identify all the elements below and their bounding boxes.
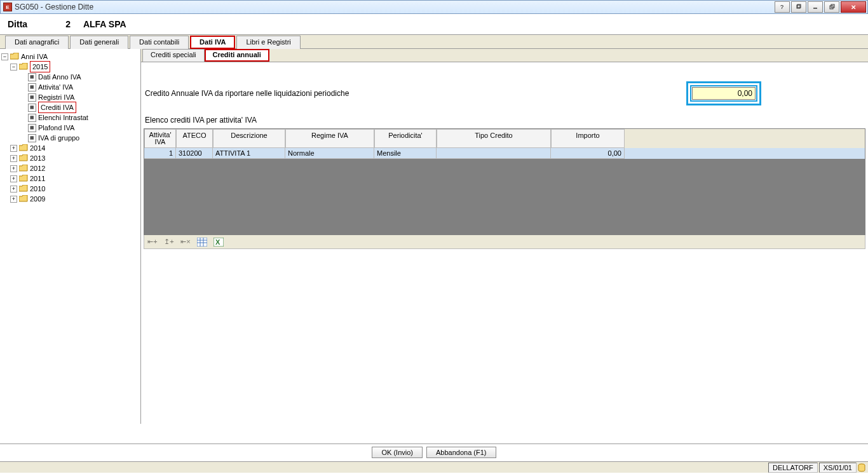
sub-tabs: Crediti speciali Crediti annuali bbox=[141, 49, 868, 62]
tree-label: Crediti IVA bbox=[38, 102, 76, 113]
ditta-name: ALFA SPA bbox=[83, 19, 126, 29]
folder-icon bbox=[19, 195, 28, 203]
tree-leaf[interactable]: ▦Crediti IVA bbox=[28, 102, 139, 112]
doc-icon: ▦ bbox=[28, 104, 36, 112]
svg-rect-6 bbox=[197, 238, 207, 247]
tree-year[interactable]: +2009 bbox=[10, 194, 139, 204]
tab-dati-contabili[interactable]: Dati contabili bbox=[130, 36, 189, 49]
content-panel: Crediti speciali Crediti annuali Credito… bbox=[141, 49, 868, 424]
doc-icon: ▦ bbox=[28, 73, 36, 81]
col-regime: Regime IVA bbox=[285, 129, 374, 148]
help-button[interactable]: ? bbox=[775, 1, 790, 13]
excel-export-icon[interactable]: X bbox=[213, 237, 224, 247]
tab-dati-generali[interactable]: Dati generali bbox=[70, 36, 128, 49]
tree-label: 2010 bbox=[30, 184, 45, 194]
tree-leaf[interactable]: ▦Plafond IVA bbox=[28, 123, 139, 133]
row-delete-icon[interactable]: ⇤× bbox=[180, 237, 191, 247]
tab-dati-iva[interactable]: Dati IVA bbox=[190, 36, 235, 49]
abbandona-button[interactable]: Abbandona (F1) bbox=[426, 447, 496, 458]
ditta-number: 2 bbox=[65, 19, 71, 29]
expand-icon[interactable]: + bbox=[10, 155, 17, 162]
doc-icon: ▦ bbox=[28, 124, 36, 132]
tree-leaf[interactable]: ▦Elenchi Intrastat bbox=[28, 112, 139, 123]
tree-label: 2015 bbox=[30, 61, 50, 72]
tree-year[interactable]: +2012 bbox=[10, 163, 139, 173]
window-title: SG050 - Gestione Ditte bbox=[15, 3, 93, 11]
cell-periodicita: Mensile bbox=[374, 148, 437, 159]
col-descrizione: Descrizione bbox=[213, 129, 285, 148]
tree-panel: − Anni IVA − 2015 ▦Dati Anno IVA▦Attivit… bbox=[0, 49, 141, 424]
doc-icon: ▦ bbox=[28, 83, 36, 91]
tree-year[interactable]: +2014 bbox=[10, 143, 139, 153]
expand-icon[interactable]: + bbox=[10, 145, 17, 152]
cell-importo: 0,00 bbox=[551, 148, 625, 159]
cell-regime: Normale bbox=[285, 148, 374, 159]
tree-leaf[interactable]: ▦Registri IVA bbox=[28, 92, 139, 102]
tree-year[interactable]: +2010 bbox=[10, 184, 139, 194]
folder-open-icon bbox=[10, 53, 19, 60]
grid-view-icon[interactable] bbox=[196, 237, 208, 247]
row-insert-icon[interactable]: ↥+ bbox=[163, 237, 175, 247]
tree-label: 2012 bbox=[30, 163, 45, 173]
tree-leaf[interactable]: ▦Dati Anno IVA bbox=[28, 72, 139, 82]
grid: Attivita'IVA ATECO Descrizione Regime IV… bbox=[144, 128, 865, 235]
tab-dati-anagrafici[interactable]: Dati anagrafici bbox=[5, 36, 69, 49]
cell-ateco: 310200 bbox=[176, 148, 213, 159]
expand-icon[interactable]: + bbox=[10, 165, 17, 172]
folder-icon bbox=[19, 175, 28, 182]
main-tabs: Dati anagrafici Dati generali Dati conta… bbox=[0, 35, 868, 49]
row-first-icon[interactable]: ⇤+ bbox=[147, 237, 158, 247]
col-ateco: ATECO bbox=[176, 129, 213, 148]
table-row[interactable]: 1 310200 ATTIVITA 1 Normale Mensile 0,00 bbox=[144, 148, 865, 159]
tree-label: Dati Anno IVA bbox=[38, 72, 81, 82]
tree-year[interactable]: +2011 bbox=[10, 173, 139, 184]
tree-leaf[interactable]: ▦IVA di gruppo bbox=[28, 133, 139, 143]
tree-label: IVA di gruppo bbox=[38, 133, 79, 143]
cell-tipo bbox=[437, 148, 551, 159]
grid-header: Attivita'IVA ATECO Descrizione Regime IV… bbox=[144, 129, 865, 148]
tree-leaf[interactable]: ▦Attivita' IVA bbox=[28, 82, 139, 92]
expand-icon[interactable]: + bbox=[10, 196, 17, 203]
credito-input-highlight bbox=[686, 81, 761, 105]
folder-icon bbox=[19, 154, 28, 162]
credito-input[interactable] bbox=[692, 87, 756, 100]
tree-year-2015[interactable]: − 2015 bbox=[10, 62, 139, 72]
svg-text:X: X bbox=[215, 238, 220, 246]
doc-icon: ▦ bbox=[28, 114, 36, 122]
doc-icon: ▦ bbox=[28, 134, 36, 142]
tree-label: Registri IVA bbox=[38, 92, 74, 102]
subtab-crediti-annuali[interactable]: Crediti annuali bbox=[205, 49, 269, 62]
subtab-crediti-speciali[interactable]: Crediti speciali bbox=[142, 49, 205, 62]
cell-attivita: 1 bbox=[144, 148, 176, 159]
collapse-icon[interactable]: − bbox=[10, 64, 17, 71]
tree-label: 2011 bbox=[30, 173, 45, 184]
window-buttons: ? ✕ bbox=[775, 1, 866, 13]
collapse-icon[interactable]: − bbox=[1, 53, 8, 60]
close-button[interactable]: ✕ bbox=[841, 1, 866, 13]
ditta-label: Ditta bbox=[8, 19, 27, 29]
tree-label: 2014 bbox=[30, 143, 45, 153]
restore-inner-button[interactable] bbox=[791, 1, 806, 13]
status-user: DELLATORF bbox=[768, 463, 818, 473]
tree-year[interactable]: +2013 bbox=[10, 153, 139, 163]
status-path: XS/01/01 bbox=[819, 463, 857, 473]
tree-label: Elenchi Intrastat bbox=[38, 112, 88, 123]
cell-descrizione: ATTIVITA 1 bbox=[213, 148, 285, 159]
credito-label: Credito Annuale IVA da riportare nelle l… bbox=[145, 89, 349, 98]
col-periodicita: Periodicita' bbox=[374, 129, 437, 148]
ok-button[interactable]: OK (Invio) bbox=[372, 447, 423, 458]
grid-toolbar: ⇤+ ↥+ ⇤× X bbox=[144, 235, 865, 249]
minimize-button[interactable] bbox=[808, 1, 823, 13]
col-importo: Importo bbox=[551, 129, 625, 148]
expand-icon[interactable]: + bbox=[10, 175, 17, 182]
tree-root-anni-iva[interactable]: − Anni IVA bbox=[1, 51, 139, 62]
restore-button[interactable] bbox=[824, 1, 839, 13]
tree-label: Plafond IVA bbox=[38, 123, 74, 133]
bottom-buttons: OK (Invio) Abbandona (F1) bbox=[0, 444, 868, 460]
tree-label: Attivita' IVA bbox=[38, 82, 73, 92]
tab-libri-registri[interactable]: Libri e Registri bbox=[236, 36, 300, 49]
grid-title: Elenco crediti IVA per attivita' IVA bbox=[141, 113, 868, 127]
company-header: Ditta 2 ALFA SPA bbox=[0, 14, 868, 35]
expand-icon[interactable]: + bbox=[10, 186, 17, 193]
folder-icon bbox=[19, 185, 28, 193]
